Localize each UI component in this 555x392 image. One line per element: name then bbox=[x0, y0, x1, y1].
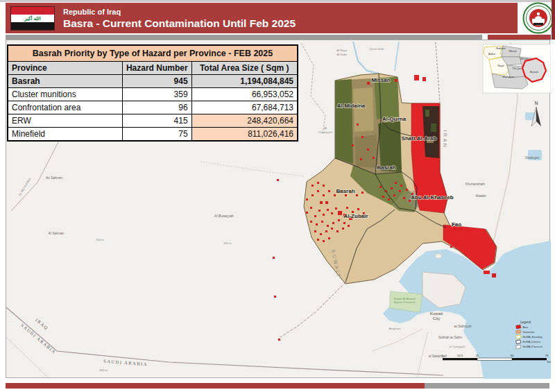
map-label: 75 bbox=[545, 354, 549, 357]
map-label: Al-Qurna bbox=[382, 116, 407, 122]
map-label: Khorramshahr bbox=[466, 182, 486, 186]
map-label: Al bbox=[324, 126, 327, 130]
table-title: Basrah Priority by Type of Hazard per Pr… bbox=[8, 45, 298, 62]
kuwait-border-dashed bbox=[278, 282, 345, 339]
map-label: Abadan bbox=[475, 194, 486, 198]
map-label: BsrMA_Provinces bbox=[523, 346, 543, 348]
map-label: al Qurayyah bbox=[450, 345, 466, 348]
table-header-row: Province Hazard Number Total Area Size (… bbox=[8, 62, 298, 75]
map-label: Najaf bbox=[498, 65, 505, 67]
table-cell: 67,684,713 bbox=[191, 101, 298, 114]
map-label: Kuwait bbox=[430, 311, 443, 316]
table-row: Confrontation area9667,684,713 bbox=[8, 101, 298, 114]
map-label: BsrMA_Boundary bbox=[523, 336, 543, 339]
map-label: SAUDI ARABIA bbox=[20, 323, 58, 355]
map-label: City bbox=[433, 316, 441, 321]
hazard-table-body: Basrah Priority by Type of Hazard per Pr… bbox=[8, 45, 298, 141]
map-label: Chebayish bbox=[318, 130, 332, 134]
map-label: Basrah bbox=[336, 188, 355, 194]
table-cell: ERW bbox=[8, 114, 122, 128]
table-cell: Basrah bbox=[8, 75, 122, 88]
map-label: Tameemat bbox=[523, 331, 535, 334]
map-label: Missan bbox=[520, 58, 529, 60]
map-label: Wassit bbox=[509, 50, 517, 53]
map-label: IRAN bbox=[443, 130, 447, 149]
map-label: Al-Midaina bbox=[337, 103, 366, 109]
map-label: Al Salman bbox=[49, 231, 65, 235]
kuwait-roads-1 bbox=[373, 329, 422, 351]
table-cell: 415 bbox=[122, 114, 191, 128]
map-label: Subhah as Salim bbox=[438, 336, 462, 339]
map-label: Babylon bbox=[496, 47, 506, 50]
river-euphrates-faint bbox=[200, 162, 304, 176]
river-tigris bbox=[353, 42, 379, 74]
legend-swatch-icon bbox=[516, 335, 521, 339]
table-row: Cluster munitions35966,953,052 bbox=[8, 88, 298, 101]
table-cell: 1,194,084,845 bbox=[191, 75, 298, 88]
map-label: al Sabahiyah bbox=[429, 355, 447, 358]
flag-red-band bbox=[11, 7, 54, 15]
table-cell: 75 bbox=[122, 128, 191, 142]
map-label: 453 m bbox=[99, 368, 108, 372]
map-label: Basrah bbox=[377, 164, 395, 171]
map-label: Muthanna bbox=[503, 76, 515, 78]
legend-swatch-icon bbox=[516, 325, 521, 329]
map-label: Nature Preserve bbox=[394, 300, 416, 304]
legend-swatch-icon bbox=[516, 330, 521, 334]
table-row: Basrah9451,194,084,845 bbox=[8, 75, 298, 88]
map-label: Al Busayyah bbox=[214, 214, 234, 218]
table-row: Minefield75811,026,416 bbox=[8, 128, 298, 142]
table-title-row: Basrah Priority by Type of Hazard per Pr… bbox=[8, 45, 298, 62]
river-2 bbox=[395, 42, 399, 71]
iran-border-dashed bbox=[436, 42, 440, 103]
table-cell: Confrontation area bbox=[8, 101, 122, 114]
legend-swatch-icon bbox=[516, 345, 521, 349]
map-label: Shatt Al-Arab bbox=[402, 135, 437, 142]
header-red-bar bbox=[488, 35, 551, 40]
table-cell: 66,953,052 bbox=[191, 88, 298, 101]
admin-dashes-missan bbox=[301, 43, 325, 135]
flag-arabic-text: الله أكبر bbox=[11, 15, 54, 22]
hazard-table: Basrah Priority by Type of Hazard per Pr… bbox=[7, 44, 298, 142]
table-cell: 359 bbox=[122, 88, 191, 101]
table-cell: 96 bbox=[122, 101, 191, 114]
islet bbox=[435, 254, 442, 259]
map-label: Al Majar bbox=[336, 49, 348, 52]
footer-gray-bar bbox=[425, 383, 549, 389]
map-label: Area bbox=[523, 326, 529, 329]
map-label: Fao bbox=[452, 221, 461, 228]
map-label: as Salimiyah bbox=[454, 325, 472, 328]
footer-red-bar bbox=[6, 383, 425, 389]
map-label: 12.5 bbox=[457, 354, 463, 357]
saudi-border bbox=[6, 307, 443, 375]
corner-stripe bbox=[552, 0, 555, 40]
map-label: 344 m bbox=[223, 241, 232, 245]
iraq-flag-icon: الله أكبر bbox=[10, 6, 55, 31]
table-cell: Minefield bbox=[8, 128, 122, 142]
header-gray-bar bbox=[6, 35, 482, 40]
map-label: 50 bbox=[511, 354, 514, 357]
map-label: AL MUTHANNA bbox=[18, 177, 32, 196]
map-label: Anbar bbox=[488, 53, 496, 56]
col-header-province: Province bbox=[8, 62, 122, 75]
satellite-imagery-block bbox=[335, 77, 402, 174]
map-label: Basrah bbox=[530, 71, 538, 74]
header-banner: الله أكبر Republic of Iraq Basra - Curre… bbox=[6, 3, 518, 33]
table-cell: 811,026,416 bbox=[191, 128, 298, 142]
map-label: Qal'at Salih bbox=[369, 47, 384, 51]
page-title: Basra - Current Contamination Until Feb … bbox=[63, 17, 296, 30]
svg-text:Legend: Legend bbox=[520, 321, 531, 324]
organization-emblem-icon bbox=[522, 2, 554, 34]
legend-swatch-icon bbox=[516, 340, 521, 344]
map-label: As Salman bbox=[46, 176, 62, 180]
map-label: Al-Kabir bbox=[337, 53, 348, 56]
table-cell: 248,420,664 bbox=[191, 114, 298, 128]
contamination-red-areas bbox=[411, 75, 496, 274]
report-page: الله أكبر Republic of Iraq Basra - Curre… bbox=[0, 0, 555, 392]
table-cell: Cluster munitions bbox=[8, 88, 122, 101]
kuwait-roads-2 bbox=[417, 332, 428, 378]
map-label: IRAQ bbox=[35, 317, 49, 330]
map-label: Missan bbox=[371, 77, 390, 83]
map-label: 25 bbox=[476, 354, 479, 357]
flag-black-band bbox=[11, 22, 54, 30]
